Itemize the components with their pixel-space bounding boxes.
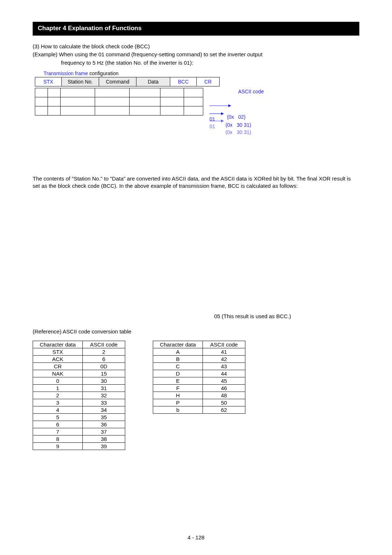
table-cell: CR (33, 362, 83, 370)
table-row: 030 (33, 377, 125, 384)
frame-caption-blue: Transmission frame (44, 70, 88, 76)
frame-caption-black: configuration (88, 70, 118, 76)
frame-cell-cr: CR (197, 77, 220, 86)
table-row: 131 (33, 384, 125, 392)
table-cell: 50 (203, 399, 245, 406)
frame-header-row: STX Station No. Command Data BCC CR (35, 77, 220, 86)
ascii-reference-table-1: Character data ASCII code STX2ACK6CR0DNA… (33, 341, 125, 450)
table-cell: 36 (83, 421, 125, 428)
table-header: ASCII code (83, 341, 125, 348)
table-row: 636 (33, 421, 125, 428)
svg-marker-5 (221, 119, 224, 122)
table-cell: 32 (83, 392, 125, 399)
table-cell: C (153, 362, 203, 370)
table-cell: NAK (33, 370, 83, 377)
ascii-code-header: ASCII code (238, 89, 264, 94)
bcc-explanation-paragraph: The contents of "Station No." to "Data" … (33, 175, 359, 190)
ascii-row-3-val: 01 (209, 123, 215, 129)
table-row: C43 (153, 362, 245, 370)
table-cell: 6 (83, 355, 125, 362)
table-cell: 62 (203, 406, 245, 413)
table-cell: 48 (203, 392, 245, 399)
table-row: A41 (153, 348, 245, 355)
table-row: NAK15 (33, 370, 125, 377)
table-cell: P (153, 399, 203, 406)
table-cell: 44 (203, 370, 245, 377)
page-number: 4 - 128 (0, 534, 392, 540)
table-cell: 3 (33, 399, 83, 406)
section-heading: (3) How to calculate the block check cod… (33, 43, 359, 50)
table-cell: 39 (83, 442, 125, 450)
table-row: b62 (153, 406, 245, 413)
table-row: 434 (33, 406, 125, 413)
table-row: 232 (33, 392, 125, 399)
table-row: F46 (153, 384, 245, 392)
table-cell: 5 (33, 413, 83, 421)
frame-cell-stx: STX (35, 77, 62, 86)
table-cell: F (153, 384, 203, 392)
reference-tables-container: Character data ASCII code STX2ACK6CR0DNA… (33, 341, 359, 450)
table-cell: 30 (83, 377, 125, 384)
table-cell: B (153, 355, 203, 362)
table-row: STX2 (33, 348, 125, 355)
table-cell: 38 (83, 435, 125, 442)
page-container: Chapter 4 Explanation of Functions (3) H… (0, 0, 392, 555)
table-cell: H (153, 392, 203, 399)
frame-cell-command: Command (99, 77, 136, 86)
table-cell: 43 (203, 362, 245, 370)
arrow-right-icon (209, 119, 224, 123)
table-row: 737 (33, 428, 125, 435)
table-row: D44 (153, 370, 245, 377)
table-cell: 37 (83, 428, 125, 435)
table-cell: 42 (203, 355, 245, 362)
table-row: 535 (33, 413, 125, 421)
table-cell: 7 (33, 428, 83, 435)
table-row: E45 (153, 377, 245, 384)
table-cell: 46 (203, 384, 245, 392)
table-row: B42 (153, 355, 245, 362)
table-cell: 45 (203, 377, 245, 384)
table-cell: 0 (33, 377, 83, 384)
frame-cell-bcc: BCC (170, 77, 197, 86)
table-cell: 31 (83, 384, 125, 392)
ascii-reference-table-2: Character data ASCII code A41B42C43D44E4… (153, 341, 245, 414)
bcc-result-line: 05 (This result is used as BCC.) (214, 313, 359, 319)
table-cell: b (153, 406, 203, 413)
frame-lower-grid (35, 88, 203, 116)
table-cell: 4 (33, 406, 83, 413)
table-cell: 35 (83, 413, 125, 421)
table-cell: 6 (33, 421, 83, 428)
table-row: CR0D (33, 362, 125, 370)
table-cell: 2 (83, 348, 125, 355)
example-line-1: (Example) When using the 01 command (fre… (33, 51, 359, 58)
table-cell: STX (33, 348, 83, 355)
table-cell: 9 (33, 442, 83, 450)
table-cell: E (153, 377, 203, 384)
table-row: 333 (33, 399, 125, 406)
table-row: H48 (153, 392, 245, 399)
table-row: P50 (153, 399, 245, 406)
table-header: Character data (33, 341, 83, 348)
frame-cell-station-no: Station No. (62, 77, 99, 86)
table-cell: 8 (33, 435, 83, 442)
transmission-frame-figure: Transmission frame configuration STX Sta… (35, 70, 359, 124)
table-cell: D (153, 370, 203, 377)
table-cell: 0D (83, 362, 125, 370)
table-header: ASCII code (203, 341, 245, 348)
frame-lower-area: ASCII code (0x 02) 01 (0x 30 31) 01 (0x … (35, 88, 359, 124)
frame-cell-data: Data (136, 77, 170, 86)
table-cell: A (153, 348, 203, 355)
frame-caption: Transmission frame configuration (35, 70, 118, 76)
table-row: 939 (33, 442, 125, 450)
table-row: 838 (33, 435, 125, 442)
table-row: ACK6 (33, 355, 125, 362)
table-cell: 41 (203, 348, 245, 355)
table-cell: 34 (83, 406, 125, 413)
table-header: Character data (153, 341, 203, 348)
table-cell: 15 (83, 370, 125, 377)
table-cell: 33 (83, 399, 125, 406)
chapter-header: Chapter 4 Explanation of Functions (33, 22, 359, 36)
ascii-row-3-code: (0x 30 31) (225, 129, 251, 135)
reference-table-title: (Reference) ASCII code conversion table (33, 328, 359, 335)
table-cell: 2 (33, 392, 83, 399)
